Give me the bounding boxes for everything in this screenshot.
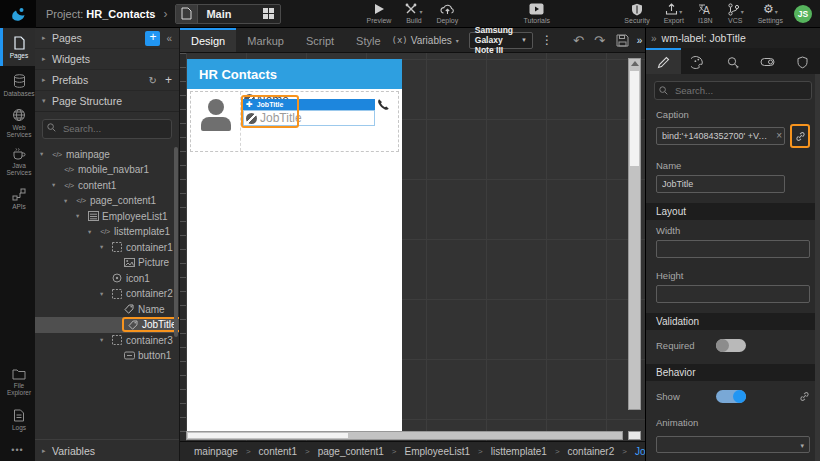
redo-icon[interactable]: ↷: [594, 33, 605, 48]
i18n-button[interactable]: A I18N: [698, 3, 713, 24]
tree-scrollbar[interactable]: [174, 147, 178, 337]
settings-button[interactable]: ⚙▾ Settings: [758, 3, 783, 24]
app-header[interactable]: HR Contacts: [187, 59, 402, 89]
picture-cell[interactable]: [191, 92, 241, 151]
rail-item-java-services[interactable]: Java Services: [0, 142, 35, 180]
width-input[interactable]: [656, 240, 810, 258]
tab-design[interactable]: Design: [180, 28, 236, 52]
breadcrumb-item-container2[interactable]: container2: [568, 446, 615, 457]
tab-devices[interactable]: [750, 48, 785, 74]
labels-container[interactable]: Name ✚ JobTitle JobTitle: [241, 92, 376, 151]
show-bind-icon[interactable]: [799, 391, 810, 402]
collapse-panel-icon[interactable]: «: [166, 33, 172, 44]
deploy-button[interactable]: Deploy: [436, 3, 458, 24]
tab-security[interactable]: [785, 48, 820, 74]
structure-search-input[interactable]: [42, 119, 172, 139]
vcs-button[interactable]: ▾ VCS: [727, 3, 744, 24]
properties-search-input[interactable]: [654, 81, 812, 100]
tab-script[interactable]: Script: [295, 28, 345, 52]
build-button[interactable]: ▾ Build: [405, 3, 422, 24]
tree-item-jobtitle[interactable]: JobTitle: [35, 317, 179, 333]
tab-events[interactable]: [716, 48, 751, 74]
rail-item-web-services[interactable]: Web Services: [0, 104, 35, 142]
tab-styles[interactable]: [681, 48, 716, 74]
tree-item-picture[interactable]: Picture: [35, 255, 179, 271]
rail-item-databases[interactable]: Databases: [0, 66, 35, 104]
show-toggle[interactable]: [716, 390, 746, 403]
call-cell[interactable]: [376, 92, 398, 151]
tree-item-content1[interactable]: ▾</>content1: [35, 178, 179, 194]
breadcrumb-item-listtemplate1[interactable]: listtemplate1: [491, 446, 547, 457]
tree-item-name[interactable]: Name: [35, 302, 179, 318]
more-menu-icon[interactable]: ⋮: [541, 33, 553, 47]
more-dots-icon[interactable]: •••: [0, 439, 35, 461]
animation-select[interactable]: ▾: [656, 436, 810, 453]
device-selector[interactable]: Samsung Galaxy Note III ▼: [469, 32, 533, 49]
caption-input[interactable]: [656, 127, 785, 145]
tree-item-container2[interactable]: ▾container2: [35, 286, 179, 302]
add-prefab-icon[interactable]: +: [165, 73, 172, 87]
variables-dropdown[interactable]: (x) Variables ▾: [392, 35, 459, 46]
tab-properties[interactable]: [646, 48, 681, 74]
page-selector[interactable]: Main: [175, 4, 280, 24]
required-toggle[interactable]: [716, 339, 746, 352]
tab-style[interactable]: Style: [345, 28, 391, 52]
section-pages[interactable]: ▸ Pages + «: [35, 28, 179, 49]
expand-right-icon[interactable]: »: [637, 35, 643, 46]
expand-arrow-icon[interactable]: ▾: [52, 181, 62, 189]
caption-bind-highlight[interactable]: [790, 124, 810, 148]
tree-item-icon1[interactable]: icon1: [35, 271, 179, 287]
tree-item-mainpage[interactable]: ▾</>mainpage: [35, 147, 179, 163]
security-button[interactable]: Security: [624, 3, 649, 24]
rail-item-pages[interactable]: Pages: [0, 28, 35, 66]
move-handle-icon[interactable]: ✚: [246, 100, 253, 109]
add-page-button[interactable]: +: [145, 31, 160, 46]
rail-item-file-explorer[interactable]: File Explorer: [0, 363, 35, 401]
tree-item-button1[interactable]: button1: [35, 348, 179, 364]
breadcrumb-item-page_content1[interactable]: page_content1: [318, 446, 384, 457]
expand-arrow-icon[interactable]: ▾: [64, 197, 74, 205]
page-grid-icon[interactable]: [258, 4, 280, 24]
vertical-scrollbar[interactable]: [628, 58, 641, 410]
export-button[interactable]: ▾ Export: [664, 3, 684, 24]
list-item-template[interactable]: Name ✚ JobTitle JobTitle: [190, 91, 399, 152]
tree-item-listtemplate1[interactable]: ▾</>listtemplate1: [35, 224, 179, 240]
section-page-structure[interactable]: ▾ Page Structure: [35, 91, 179, 112]
breadcrumb-item-employeelist1[interactable]: EmployeeList1: [404, 446, 470, 457]
expand-arrow-icon[interactable]: ▾: [100, 243, 110, 251]
expand-arrow-icon[interactable]: ▾: [40, 150, 50, 158]
rail-item-logs[interactable]: Logs: [0, 401, 35, 439]
save-icon[interactable]: [616, 34, 629, 47]
tree-item-container3[interactable]: ▾container3: [35, 333, 179, 349]
expand-arrow-icon[interactable]: ▾: [88, 228, 98, 236]
preview-button[interactable]: Preview: [367, 3, 392, 24]
chevron-right-icon[interactable]: ›: [163, 7, 167, 21]
tab-markup[interactable]: Markup: [236, 28, 295, 52]
phone-preview[interactable]: HR Contacts Name ✚ JobTitle: [187, 59, 402, 431]
jobtitle-label-widget[interactable]: JobTitle: [243, 110, 375, 126]
expand-arrow-icon[interactable]: ▾: [100, 336, 110, 344]
widget-selection-bar[interactable]: ✚ JobTitle: [243, 99, 375, 110]
breadcrumb-item-mainpage[interactable]: mainpage: [194, 446, 238, 457]
wavemaker-logo[interactable]: [0, 0, 36, 28]
name-input[interactable]: [656, 175, 785, 193]
tree-item-container1[interactable]: ▾container1: [35, 240, 179, 256]
section-prefabs[interactable]: ▸ Prefabs ↻ +: [35, 70, 179, 91]
user-avatar[interactable]: JS: [794, 5, 812, 23]
undo-icon[interactable]: ↶: [573, 33, 584, 48]
rail-item-apis[interactable]: APIs: [0, 180, 35, 218]
panel-scrollbar[interactable]: [815, 74, 820, 461]
collapse-right-icon[interactable]: »: [651, 33, 657, 44]
section-widgets[interactable]: ▸ Widgets: [35, 49, 179, 70]
section-variables[interactable]: ▸ Variables: [35, 439, 179, 461]
clear-icon[interactable]: ×: [776, 130, 782, 141]
height-input[interactable]: [656, 285, 810, 303]
tree-item-employeelist1[interactable]: ▾EmployeeList1: [35, 209, 179, 225]
tutorials-button[interactable]: Tutorials: [523, 3, 550, 24]
refresh-icon[interactable]: ↻: [149, 75, 157, 86]
tree-item-mobile_navbar1[interactable]: </>mobile_navbar1: [35, 162, 179, 178]
expand-arrow-icon[interactable]: ▾: [100, 290, 110, 298]
expand-arrow-icon[interactable]: ▾: [76, 212, 86, 220]
tree-item-page_content1[interactable]: ▾</>page_content1: [35, 193, 179, 209]
breadcrumb-item-content1[interactable]: content1: [259, 446, 297, 457]
